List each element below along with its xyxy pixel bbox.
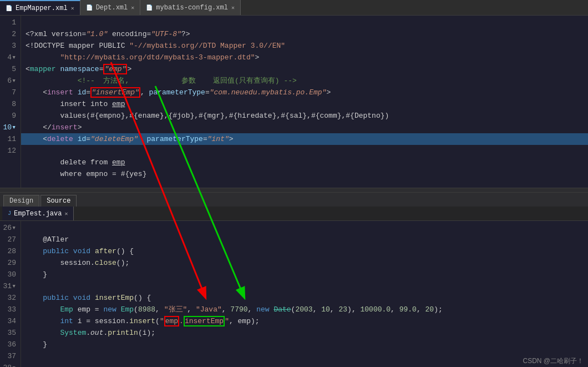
ln-2: 2 (0, 28, 16, 40)
ln-1: 1 (0, 17, 16, 28)
xml-line-11: delete from emp (26, 158, 125, 167)
tab-close-dept[interactable]: ✕ (131, 4, 134, 11)
xml-line-7: insert into emp (26, 100, 125, 108)
ln-6: 6▾ (0, 75, 16, 87)
xml-code-content[interactable]: <?xml version="1.0" encoding="UTF-8"?> <… (21, 16, 588, 188)
design-tab[interactable]: Design (3, 195, 39, 207)
jln-30: 30 (0, 269, 16, 280)
ln-9: 9 (0, 110, 16, 122)
status-bar: CSDN @二哈刷子！ (518, 355, 588, 367)
xml-line-6: <insert id="insertEmp", parameterType="c… (26, 87, 331, 98)
tab-label-emptest: EmpTest.java (14, 210, 62, 218)
status-text: CSDN @二哈刷子！ (523, 357, 584, 365)
xml-line-12: where empno = #{yes} (26, 170, 146, 178)
ln-4: 4▾ (0, 52, 16, 63)
jln-27: 27 (0, 234, 16, 245)
java-code-area: 26▾ 27 28 29 30 31▾ 32 33 34 35 36 37 38… (0, 221, 588, 367)
java-line-29: } (26, 270, 47, 279)
xml-code-area: 1 2 3 4▾ 5 6▾ 7 8 9 10▾ 11 12 <?xml vers… (0, 16, 588, 188)
ln-12: 12 (0, 145, 16, 157)
xml-scroll-bar[interactable] (0, 188, 588, 192)
java-line-26: @ATler (26, 235, 69, 244)
tab-dept-xml[interactable]: 📄 Dept.xml ✕ (80, 0, 141, 15)
xml-line-2: <!DOCTYPE mapper PUBLIC "-//mybatis.org/… (26, 42, 285, 50)
xml-line-3: "http://mybatis.org/dtd/mybatis-3-mapper… (26, 53, 259, 62)
tab-close-emptest[interactable]: ✕ (64, 210, 68, 217)
java-line-28: session.close(); (26, 259, 129, 267)
java-line-34: System.out.println(i); (26, 329, 155, 337)
tab-close-empmapper[interactable]: ✕ (71, 5, 74, 12)
jln-31: 31▾ (0, 280, 16, 292)
xml-line-10: <delete id="deleteEmp" parameterType="in… (21, 133, 588, 145)
java-code-content[interactable]: @ATler public void after() { session.clo… (21, 221, 588, 367)
jln-34: 34 (0, 315, 16, 327)
xml-line-1: <?xml version="1.0" encoding="UTF-8"?> (26, 30, 190, 38)
java-line-31: public void insertEmp() { (26, 294, 151, 302)
xml-icon-3: 📄 (146, 4, 153, 11)
jln-35: 35 (0, 327, 16, 339)
xml-icon: 📄 (6, 5, 12, 12)
jln-36: 36 (0, 339, 16, 350)
main-window: 📄 EmpMapper.xml ✕ 📄 Dept.xml ✕ 📄 mybatis… (0, 0, 588, 367)
jln-33: 33 (0, 304, 16, 315)
xml-line-5: <!-- 方法名, 参数 返回值(只有查询有) --> (26, 77, 297, 85)
design-source-bar: Design Source (0, 192, 588, 207)
java-icon: J (8, 210, 11, 217)
xml-icon-2: 📄 (86, 4, 93, 11)
jln-29: 29 (0, 257, 16, 269)
java-editor: 26▾ 27 28 29 30 31▾ 32 33 34 35 36 37 38… (0, 221, 588, 367)
xml-line-8: values(#{empno},#{ename},{#job},#{mgr},#… (26, 112, 389, 120)
java-line-27: public void after() { (26, 247, 134, 255)
top-tab-bar: 📄 EmpMapper.xml ✕ 📄 Dept.xml ✕ 📄 mybatis… (0, 0, 588, 16)
java-line-35: } (26, 340, 47, 349)
source-tab[interactable]: Source (40, 195, 77, 207)
tab-empmapper-xml[interactable]: 📄 EmpMapper.xml ✕ (0, 0, 80, 15)
tab-label-empmapper: EmpMapper.xml (16, 4, 68, 12)
java-editor-header: J EmpTest.java ✕ (0, 207, 588, 221)
java-line-32: Emp emp = new Emp(8988, "张三", "Java", 77… (26, 305, 443, 314)
jln-32: 32 (0, 292, 16, 304)
xml-line-9: </insert> (26, 123, 82, 132)
ln-11: 11 (0, 133, 16, 145)
jln-38: 38▾ (0, 362, 16, 367)
ln-3: 3 (0, 40, 16, 52)
jln-37: 37 (0, 350, 16, 362)
xml-line-numbers: 1 2 3 4▾ 5 6▾ 7 8 9 10▾ 11 12 (0, 16, 21, 188)
tab-emptest-java[interactable]: J EmpTest.java ✕ (2, 207, 74, 220)
ln-5: 5 (0, 63, 16, 75)
tab-mybatis-config[interactable]: 📄 mybatis-config.xml ✕ (140, 0, 241, 15)
ln-8: 8 (0, 98, 16, 110)
xml-line-4: <mapper namespace="emp"> (26, 64, 131, 74)
tab-close-mybatis[interactable]: ✕ (231, 4, 235, 11)
jln-26: 26▾ (0, 222, 16, 234)
java-line-numbers: 26▾ 27 28 29 30 31▾ 32 33 34 35 36 37 38… (0, 221, 21, 367)
tab-label-dept: Dept.xml (96, 4, 128, 12)
ln-7: 7 (0, 87, 16, 98)
jln-28: 28 (0, 245, 16, 257)
tab-label-mybatis: mybatis-config.xml (156, 4, 228, 12)
java-line-33: int i = session.insert("emp.insertEmp", … (26, 316, 260, 326)
xml-editor: 1 2 3 4▾ 5 6▾ 7 8 9 10▾ 11 12 <?xml vers… (0, 16, 588, 188)
ln-10: 10▾ (0, 122, 16, 133)
